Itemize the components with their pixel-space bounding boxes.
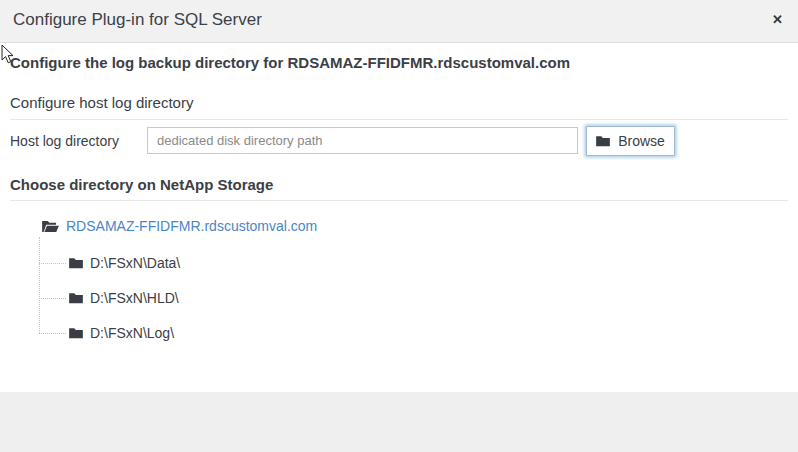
dialog-title: Configure Plug-in for SQL Server xyxy=(13,10,262,30)
tree-node-hld[interactable]: D:\FSxN\HLD\ xyxy=(69,289,179,307)
folder-icon xyxy=(596,135,610,147)
folder-icon xyxy=(69,327,83,339)
host-log-directory-label: Host log directory xyxy=(10,133,119,149)
tree-node-data[interactable]: D:\FSxN\Data\ xyxy=(69,254,180,272)
tree-node-log[interactable]: D:\FSxN\Log\ xyxy=(69,324,174,342)
section-divider xyxy=(10,119,788,120)
log-backup-heading: Configure the log backup directory for R… xyxy=(10,54,570,71)
section-divider xyxy=(10,200,788,201)
storage-section-heading: Choose directory on NetApp Storage xyxy=(10,176,273,193)
tree-guide-line xyxy=(39,263,66,264)
tree-root-node[interactable]: RDSAMAZ-FFIDFMR.rdscustomval.com xyxy=(42,216,317,236)
folder-open-icon xyxy=(42,220,59,233)
host-log-section-heading: Configure host log directory xyxy=(10,94,193,111)
folder-icon xyxy=(69,292,83,304)
tree-node-label: D:\FSxN\Data\ xyxy=(90,255,180,271)
browse-button-label: Browse xyxy=(618,133,665,149)
tree-node-label: D:\FSxN\Log\ xyxy=(90,325,174,341)
dialog-footer: Save Close xyxy=(0,392,798,452)
browse-button[interactable]: Browse xyxy=(586,126,675,156)
tree-guide-line xyxy=(39,333,66,334)
tree-node-label: D:\FSxN\HLD\ xyxy=(90,290,179,306)
host-log-directory-input[interactable] xyxy=(147,127,578,154)
close-icon[interactable]: ✕ xyxy=(772,10,783,30)
tree-guide-line xyxy=(39,237,40,333)
tree-root-label: RDSAMAZ-FFIDFMR.rdscustomval.com xyxy=(66,218,317,234)
dialog-header: Configure Plug-in for SQL Server ✕ xyxy=(0,0,798,43)
folder-icon xyxy=(69,257,83,269)
configure-plugin-dialog: Configure Plug-in for SQL Server ✕ Confi… xyxy=(0,0,798,452)
tree-guide-line xyxy=(39,298,66,299)
